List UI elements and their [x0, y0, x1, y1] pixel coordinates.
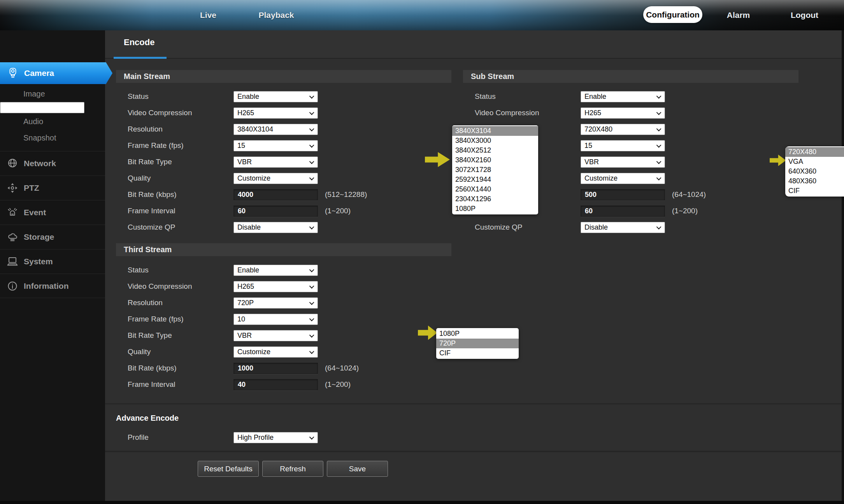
option-3840x2160[interactable]: 3840X2160	[452, 155, 538, 165]
sidebar-subitem-label: Image	[23, 90, 45, 98]
sub-frame-rate-select[interactable]: 15	[581, 140, 665, 151]
quality-label: Quality	[128, 174, 233, 183]
third-bit-rate-type-select[interactable]: VBR	[233, 330, 318, 341]
sidebar-item-camera[interactable]: Camera	[0, 62, 112, 84]
section-title: Main Stream	[124, 72, 170, 81]
option-1080p[interactable]: 1080P	[452, 204, 538, 214]
main-resolution-select[interactable]: 3840X3104	[233, 124, 318, 135]
sub-bit-rate-type-select[interactable]: VBR	[581, 156, 665, 168]
save-button[interactable]: Save	[327, 461, 388, 477]
main-quality-row: QualityCustomize	[128, 170, 454, 186]
third-frame-interval-input[interactable]: 40	[233, 379, 318, 390]
nav-configuration[interactable]: Configuration	[643, 6, 702, 23]
main-status-select[interactable]: Enable	[233, 91, 318, 102]
option-cif[interactable]: CIF	[436, 348, 519, 358]
sidebar-item-label: Information	[24, 281, 69, 291]
system-icon	[7, 256, 18, 267]
storage-icon	[7, 231, 18, 243]
nav-logout[interactable]: Logout	[778, 0, 831, 30]
option-480x360[interactable]: 480X360	[785, 176, 844, 186]
advance-encode-title: Advance Encode	[116, 414, 179, 423]
option-2560x1440[interactable]: 2560X1440	[452, 184, 538, 194]
option-1080p[interactable]: 1080P	[436, 329, 519, 339]
third-resolution-select[interactable]: 720P	[233, 297, 318, 309]
main-bit-rate-type-select[interactable]: VBR	[233, 156, 318, 168]
event-icon	[7, 207, 18, 218]
frame-interval-range-hint: (1~200)	[325, 380, 351, 389]
sub-status-select[interactable]: Enable	[581, 91, 665, 102]
status-label: Status	[128, 266, 233, 274]
sub-frame-interval-input[interactable]: 60	[581, 205, 665, 217]
third-bit-rate-type-row: Bit Rate TypeVBR	[128, 327, 454, 344]
third-status-select[interactable]: Enable	[233, 265, 318, 276]
status-label: Status	[128, 92, 233, 101]
sidebar-item-event[interactable]: Event	[0, 200, 105, 225]
option-vga[interactable]: VGA	[785, 157, 844, 167]
sidebar-item-system[interactable]: System	[0, 249, 105, 274]
main-bit-rate-input[interactable]: 4000	[233, 189, 318, 200]
resolution-label: Resolution	[128, 125, 233, 133]
resolution-value: 720P	[237, 299, 311, 307]
sub-quality-select[interactable]: Customize	[581, 173, 665, 184]
sidebar-subitem-snapshot[interactable]: Snapshot	[0, 130, 105, 146]
sub-bit-rate-input[interactable]: 500	[581, 189, 665, 200]
frame-interval-label: Frame Interval	[128, 380, 233, 389]
sidebar-item-label: Network	[24, 159, 56, 168]
sub-status-row: StatusEnable	[475, 88, 802, 105]
refresh-button[interactable]: Refresh	[262, 461, 323, 477]
network-icon	[7, 158, 18, 169]
video-compression-value: H265	[584, 109, 658, 117]
nav-live[interactable]: Live	[187, 0, 230, 30]
main-bit-rate-row: Bit Rate (kbps)4000(512~12288)	[128, 186, 454, 203]
resolution-label: Resolution	[128, 299, 233, 307]
main-frame-rate-select[interactable]: 15	[233, 140, 318, 151]
nav-alarm[interactable]: Alarm	[712, 0, 765, 30]
third-bit-rate-input[interactable]: 1000	[233, 363, 318, 374]
third-video-compression-row: Video CompressionH265	[128, 278, 454, 295]
nav-playback[interactable]: Playback	[245, 0, 307, 30]
main-customize-qp-select[interactable]: Disable	[233, 222, 318, 233]
third-video-compression-select[interactable]: H265	[233, 281, 318, 292]
sidebar-subitem-image[interactable]: Image	[0, 86, 105, 102]
sidebar-subitem-label: Video	[4, 103, 25, 112]
main-frame-interval-input[interactable]: 60	[233, 205, 318, 217]
main-video-compression-select[interactable]: H265	[233, 107, 318, 119]
third-frame-rate-select[interactable]: 10	[233, 314, 318, 325]
sidebar-item-storage[interactable]: Storage	[0, 225, 105, 249]
sub-video-compression-select[interactable]: H265	[581, 107, 665, 119]
sidebar-subitem-label: Audio	[23, 117, 43, 126]
sidebar-item-ptz[interactable]: PTZ	[0, 176, 105, 200]
option-720p[interactable]: 720P	[436, 339, 519, 348]
option-2304x1296[interactable]: 2304X1296	[452, 194, 538, 204]
profile-select[interactable]: High Profile	[233, 432, 318, 443]
sidebar-subitem-video[interactable]: Video	[0, 102, 84, 113]
sidebar-subitem-audio[interactable]: Audio	[0, 113, 105, 130]
sub-customize-qp-select[interactable]: Disable	[581, 222, 665, 233]
option-3840x3000[interactable]: 3840X3000	[452, 136, 538, 146]
main-customize-qp-row: Customize QPDisable	[128, 219, 454, 235]
reset-defaults-button[interactable]: Reset Defaults	[198, 461, 259, 477]
option-cif[interactable]: CIF	[785, 186, 844, 196]
option-2592x1944[interactable]: 2592X1944	[452, 175, 538, 184]
third-quality-select[interactable]: Customize	[233, 346, 318, 358]
profile-label: Profile	[128, 433, 233, 442]
content-area: Encode Main Stream Sub Stream Third Stre…	[105, 30, 842, 501]
status-value: Enable	[237, 266, 311, 274]
option-3840x2512[interactable]: 3840X2512	[452, 146, 538, 155]
sub-resolution-select[interactable]: 720X480	[581, 124, 665, 135]
sidebar-item-information[interactable]: Information	[0, 274, 105, 298]
resolution-value: 3840X3104	[237, 125, 311, 133]
option-640x360[interactable]: 640X360	[785, 167, 844, 176]
main-quality-select[interactable]: Customize	[233, 173, 318, 184]
tab-encode[interactable]: Encode	[124, 37, 154, 47]
button-row: Reset Defaults Refresh Save	[198, 461, 388, 477]
bit-rate-range-hint: (64~1024)	[325, 364, 359, 372]
option-3840x3104[interactable]: 3840X3104	[452, 126, 538, 136]
option-720x480[interactable]: 720X480	[785, 147, 844, 157]
bit-rate-type-value: VBR	[584, 158, 658, 166]
sidebar-item-network[interactable]: Network	[0, 151, 105, 176]
profile-row: Profile High Profile	[128, 429, 454, 446]
bit-rate-type-label: Bit Rate Type	[128, 331, 233, 340]
third-resolution-dropdown: 1080P720PCIF	[436, 328, 519, 359]
option-3072x1728[interactable]: 3072X1728	[452, 165, 538, 175]
